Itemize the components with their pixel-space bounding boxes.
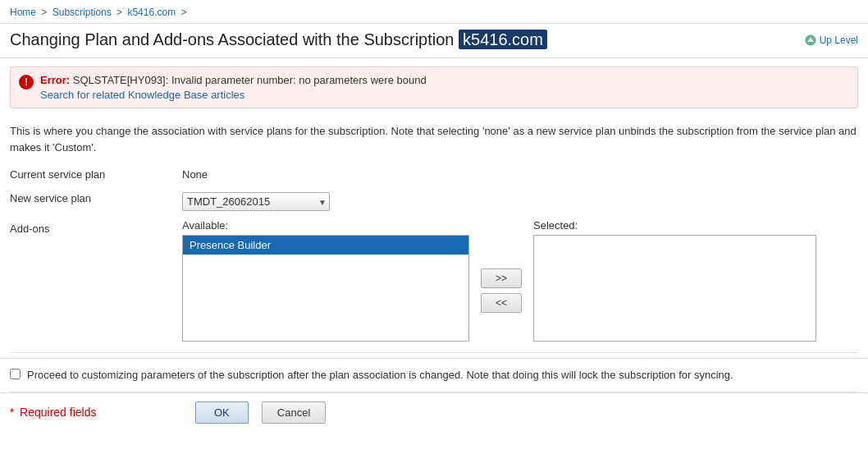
selected-label: Selected:: [533, 219, 816, 232]
current-plan-label: Current service plan: [10, 165, 182, 181]
action-row: * Required fields OK Cancel: [0, 392, 868, 432]
error-kb-link[interactable]: Search for related Knowledge Base articl…: [40, 89, 427, 101]
available-list[interactable]: Presence Builder: [182, 235, 469, 342]
error-message: SQLSTATE[HY093]: Invalid parameter numbe…: [73, 74, 427, 86]
page-title: Changing Plan and Add-ons Associated wit…: [10, 30, 547, 49]
new-plan-row: New service plan TMDT_26062015 None ▼: [10, 189, 858, 211]
service-plan-select-wrapper: TMDT_26062015 None ▼: [182, 192, 330, 211]
proceed-checkbox[interactable]: [10, 369, 21, 379]
breadcrumb-home[interactable]: Home: [10, 7, 36, 18]
required-fields-label: * Required fields: [10, 406, 182, 419]
up-level-link[interactable]: Up Level: [805, 34, 858, 46]
new-plan-label: New service plan: [10, 189, 182, 204]
description-text: This is where you change the association…: [0, 117, 868, 165]
cancel-button[interactable]: Cancel: [262, 402, 326, 424]
addons-content: Available: Presence Builder >> << Select…: [182, 219, 858, 344]
available-column: Available: Presence Builder: [182, 219, 469, 342]
addons-row: Add-ons Available: Presence Builder >> <…: [10, 219, 858, 344]
breadcrumb: Home > Subscriptions > k5416.com >: [0, 0, 868, 24]
current-plan-row: Current service plan None: [10, 165, 858, 181]
ok-button[interactable]: OK: [195, 402, 249, 424]
error-icon: !: [19, 75, 34, 90]
transfer-buttons: >> <<: [469, 237, 533, 344]
form-area: Current service plan None New service pl…: [0, 165, 868, 344]
selected-column: Selected:: [533, 219, 816, 342]
breadcrumb-domain[interactable]: k5416.com: [127, 7, 176, 18]
new-plan-value: TMDT_26062015 None ▼: [182, 189, 858, 211]
proceed-text: Proceed to customizing parameters of the…: [27, 367, 733, 383]
list-item[interactable]: Presence Builder: [183, 236, 468, 255]
up-level-icon: [805, 34, 816, 46]
breadcrumb-subscriptions[interactable]: Subscriptions: [53, 7, 112, 18]
move-right-button[interactable]: >>: [481, 269, 522, 288]
error-box: ! Error: SQLSTATE[HY093]: Invalid parame…: [10, 67, 858, 108]
current-plan-value: None: [182, 165, 858, 181]
divider-1: [10, 352, 858, 353]
domain-highlight: k5416.com: [459, 30, 547, 49]
error-label: Error:: [40, 74, 70, 86]
proceed-row: Proceed to customizing parameters of the…: [0, 358, 868, 392]
selected-list[interactable]: [533, 235, 816, 342]
available-label: Available:: [182, 219, 469, 232]
new-service-plan-select[interactable]: TMDT_26062015 None: [182, 192, 330, 211]
addons-label: Add-ons: [10, 219, 182, 235]
page-title-bar: Changing Plan and Add-ons Associated wit…: [0, 24, 868, 58]
error-text: Error: SQLSTATE[HY093]: Invalid paramete…: [40, 74, 427, 101]
move-left-button[interactable]: <<: [481, 293, 522, 313]
